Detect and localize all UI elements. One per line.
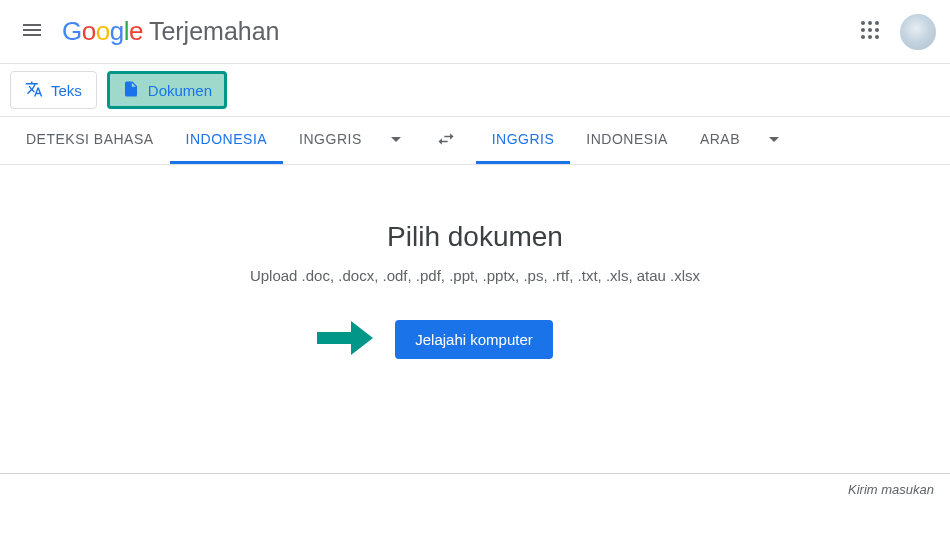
mode-tabs: Teks Dokumen (0, 63, 950, 117)
tab-document-label: Dokumen (148, 82, 212, 99)
language-bar: DETEKSI BAHASA INDONESIA INGGRIS INGGRIS… (0, 117, 950, 165)
document-icon (122, 80, 148, 101)
svg-rect-9 (317, 332, 351, 344)
svg-point-3 (861, 28, 865, 32)
svg-point-4 (868, 28, 872, 32)
source-lang-indonesia[interactable]: INDONESIA (170, 117, 284, 164)
svg-point-8 (875, 35, 879, 39)
target-lang-arab[interactable]: ARAB (684, 117, 756, 164)
svg-point-0 (861, 21, 865, 25)
svg-point-5 (875, 28, 879, 32)
app-logo[interactable]: Google Terjemahan (62, 16, 280, 47)
arrow-right-icon (317, 321, 373, 359)
browse-computer-button[interactable]: Jelajahi komputer (395, 320, 553, 359)
document-subtitle: Upload .doc, .docx, .odf, .pdf, .ppt, .p… (250, 267, 700, 284)
source-lang-detect[interactable]: DETEKSI BAHASA (10, 117, 170, 164)
tab-text-label: Teks (51, 82, 82, 99)
feedback-link[interactable]: Kirim masukan (848, 482, 934, 497)
target-languages: INGGRIS INDONESIA ARAB (476, 117, 792, 164)
source-languages: DETEKSI BAHASA INDONESIA INGGRIS (0, 117, 414, 164)
svg-point-7 (868, 35, 872, 39)
target-lang-inggris[interactable]: INGGRIS (476, 117, 571, 164)
apps-grid-icon[interactable] (858, 18, 900, 46)
svg-point-6 (861, 35, 865, 39)
chevron-down-icon[interactable] (378, 127, 414, 155)
footer: Kirim masukan (0, 473, 950, 497)
svg-point-2 (875, 21, 879, 25)
product-name: Terjemahan (149, 17, 280, 46)
chevron-down-icon[interactable] (756, 127, 792, 155)
document-upload-panel: Pilih dokumen Upload .doc, .docx, .odf, … (0, 165, 950, 359)
swap-languages-icon[interactable] (414, 129, 476, 153)
source-lang-inggris[interactable]: INGGRIS (283, 117, 378, 164)
document-title: Pilih dokumen (387, 221, 563, 253)
menu-icon[interactable] (20, 18, 44, 46)
avatar[interactable] (900, 14, 936, 50)
svg-point-1 (868, 21, 872, 25)
translate-icon (25, 80, 51, 101)
header: Google Terjemahan (0, 0, 950, 63)
target-lang-indonesia[interactable]: INDONESIA (570, 117, 684, 164)
google-logo: Google (62, 16, 143, 47)
tab-text[interactable]: Teks (10, 71, 97, 109)
tab-document[interactable]: Dokumen (107, 71, 227, 109)
svg-marker-10 (351, 321, 373, 355)
